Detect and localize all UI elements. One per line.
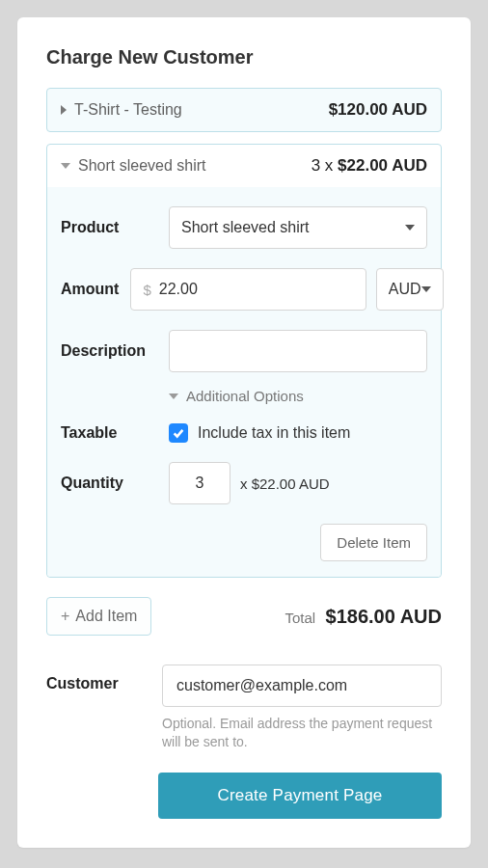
line-item-1-name: T-Shirt - Testing	[74, 101, 321, 119]
currency-select[interactable]: AUD	[376, 268, 444, 311]
line-item-2-qty-prefix: 3 x	[312, 156, 338, 175]
currency-select-value: AUD	[389, 281, 421, 298]
plus-icon: +	[61, 609, 69, 624]
quantity-input[interactable]	[170, 474, 230, 493]
line-item-1-header[interactable]: T-Shirt - Testing $120.00 AUD	[47, 89, 441, 131]
delete-item-row: Delete Item	[61, 514, 427, 561]
line-item-1-price: $120.00 AUD	[329, 100, 427, 120]
product-label: Product	[61, 219, 157, 236]
additional-options-toggle[interactable]: Additional Options	[61, 382, 427, 414]
check-icon	[172, 426, 185, 440]
amount-input-wrap: $	[130, 268, 366, 311]
page-title: Charge New Customer	[46, 46, 442, 68]
dollar-icon: $	[143, 282, 150, 298]
chevron-down-icon	[421, 286, 431, 292]
delete-item-button[interactable]: Delete Item	[320, 524, 427, 561]
customer-row: Customer Optional. Email address the pay…	[46, 651, 442, 751]
quantity-row: Quantity x $22.00 AUD	[61, 452, 427, 514]
caret-right-icon	[61, 105, 67, 115]
description-row: Description	[61, 320, 427, 382]
taxable-text: Include tax in this item	[198, 424, 350, 442]
customer-label: Customer	[46, 665, 143, 751]
product-select[interactable]: Short sleeved shirt	[169, 206, 427, 249]
customer-email-input[interactable]	[175, 676, 429, 695]
total-label: Total	[285, 610, 315, 626]
amount-label: Amount	[61, 281, 119, 298]
items-footer: + Add Item Total $186.00 AUD	[46, 589, 442, 651]
amount-row: Amount $ AUD	[61, 258, 427, 320]
line-item-1-price-value: $120.00 AUD	[329, 100, 427, 119]
description-input-wrap	[169, 330, 427, 372]
charge-card: Charge New Customer T-Shirt - Testing $1…	[17, 17, 471, 848]
taxable-label: Taxable	[61, 424, 157, 442]
customer-hint: Optional. Email address the payment requ…	[162, 715, 442, 751]
create-payment-page-button[interactable]: Create Payment Page	[158, 773, 442, 819]
chevron-down-icon	[405, 225, 415, 231]
line-item-2: Short sleeved shirt 3 x $22.00 AUD Produ…	[46, 144, 442, 578]
customer-input-wrap	[162, 665, 442, 707]
taxable-row: Taxable Include tax in this item	[61, 414, 427, 452]
line-item-2-header[interactable]: Short sleeved shirt 3 x $22.00 AUD	[47, 145, 441, 187]
line-item-2-body: Product Short sleeved shirt Amount $	[47, 187, 441, 577]
add-item-label: Add Item	[75, 608, 137, 625]
submit-row: Create Payment Page	[46, 773, 442, 819]
submit-spacer	[46, 773, 158, 819]
line-item-2-price-value: $22.00 AUD	[338, 156, 427, 175]
quantity-input-wrap	[169, 462, 230, 504]
quantity-label: Quantity	[61, 475, 157, 492]
description-label: Description	[61, 342, 157, 360]
product-row: Product Short sleeved shirt	[61, 197, 427, 258]
caret-down-icon	[169, 393, 178, 399]
total-wrap: Total $186.00 AUD	[151, 606, 442, 628]
taxable-checkbox[interactable]	[169, 423, 188, 443]
line-item-2-name: Short sleeved shirt	[78, 157, 304, 175]
amount-input[interactable]	[157, 280, 354, 299]
add-item-button[interactable]: + Add Item	[46, 597, 151, 636]
caret-down-icon	[61, 163, 70, 169]
description-input[interactable]	[181, 341, 415, 361]
additional-options-label: Additional Options	[186, 388, 304, 404]
product-select-value: Short sleeved shirt	[181, 219, 405, 236]
line-item-1: T-Shirt - Testing $120.00 AUD	[46, 88, 442, 132]
quantity-suffix: x $22.00 AUD	[240, 475, 330, 492]
line-item-2-price: 3 x $22.00 AUD	[312, 156, 427, 176]
total-value: $186.00 AUD	[326, 606, 442, 627]
